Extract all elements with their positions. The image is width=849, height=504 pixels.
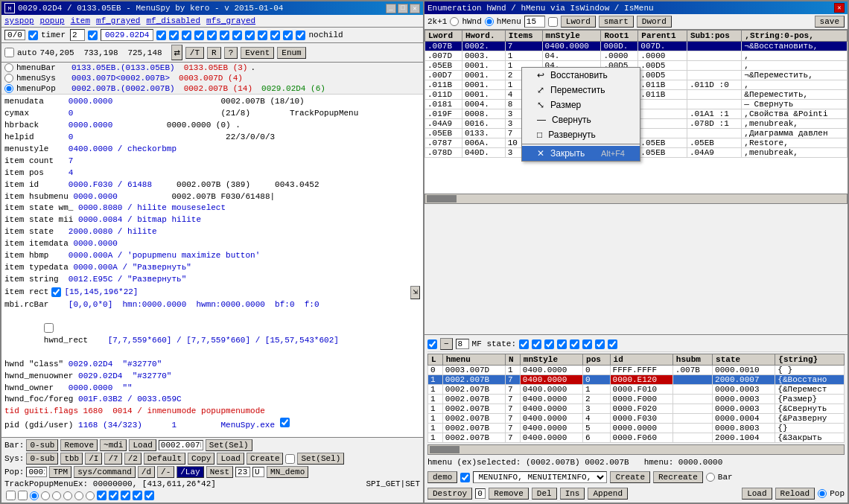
event-btn[interactable]: Event [241,47,274,59]
cb11[interactable] [283,31,293,40]
radio-hmenusys[interactable] [4,74,13,83]
append-btn[interactable]: Append [588,488,628,500]
bar-set-sel[interactable]: Set(Sel) [206,439,252,451]
destroy-btn[interactable]: Destroy [427,488,472,500]
hwnd-value[interactable]: 0029.02D4 [101,29,153,41]
cb5[interactable] [207,31,217,40]
radio-hmenupop[interactable] [4,84,13,93]
bot-cb4[interactable] [109,491,118,500]
bar-val-input[interactable] [159,440,203,450]
pop-radio[interactable] [818,489,827,498]
hwnd-radio[interactable] [450,17,459,26]
tab-mf-grayed[interactable]: mf_grayed [96,16,140,25]
ctx-close[interactable]: ✕ Закрыть Alt+F4 [522,146,640,161]
pop-n-input[interactable] [235,467,250,477]
mf-s4[interactable] [557,339,567,349]
pid-cb[interactable] [280,418,290,427]
bar-radio[interactable] [706,473,715,482]
mf-s1[interactable] [519,339,529,349]
tab-mf-disabled[interactable]: mf_disabled [146,16,200,25]
ins-btn[interactable]: Ins [560,488,585,500]
cb10[interactable] [270,31,280,40]
mf-s7[interactable] [595,339,605,349]
ctx-move[interactable]: ⤢ Переместить [522,83,640,98]
recreate-btn[interactable]: Recreate [653,471,703,483]
sys-set-sel[interactable]: Set(Sel) [297,453,344,465]
save-btn[interactable]: save [815,16,845,28]
tab-item[interactable]: item [71,16,90,25]
bar-0sub[interactable]: 0-sub [26,439,58,451]
ctx-maximize[interactable]: □ Развернуть [522,127,640,142]
table-row[interactable]: .007D0003.104..0000.0000, [425,51,848,61]
mf-s3[interactable] [544,339,554,349]
mf-minus-btn[interactable]: − [440,338,453,350]
dword-btn[interactable]: Dword [637,16,672,28]
mf-val-input[interactable] [456,339,469,349]
menuinfo-select[interactable]: MENUINFO, MENUITEMINFO,... [473,471,607,483]
cb7[interactable] [232,31,242,40]
right-close-button[interactable]: ✕ [834,3,845,13]
ctx-restore[interactable]: ↩ Восстановить [522,68,640,83]
lower-hscroll-thumb[interactable] [430,446,460,453]
remove-btn[interactable]: Remove [489,488,529,500]
upper-hscroll[interactable] [424,194,848,204]
mf-s6[interactable] [582,339,592,349]
lower-row[interactable]: 10002.007B70400.000030000.F0200000.0003{… [428,404,845,414]
bot-r3[interactable] [52,491,61,500]
timer-input[interactable] [70,29,85,41]
load-btn[interactable]: Load [742,488,772,500]
cb8[interactable] [245,31,255,40]
lword-btn[interactable]: Lword [561,16,596,28]
sys-cb1[interactable] [285,454,295,464]
sys-2[interactable]: /2 [124,453,142,465]
lower-row[interactable]: 00003.007D10400.00000FFFF.FFFF.007B0000.… [428,366,845,375]
maximize-button[interactable]: □ [398,4,408,13]
del-btn[interactable]: Del [532,488,557,500]
bot-cb3[interactable] [97,491,106,500]
cb6[interactable] [220,31,229,40]
bot-r6[interactable] [86,491,95,500]
sys-create[interactable]: Create [247,453,284,465]
auto-checkbox[interactable] [4,48,14,57]
hmenu-radio[interactable] [485,17,494,26]
minimize-button[interactable]: _ [386,4,396,13]
cb1[interactable] [156,31,166,40]
bot-cb2[interactable] [18,491,28,500]
bot-r1[interactable] [30,491,39,500]
ctx-minimize[interactable]: — Свернуть [522,112,640,127]
slash-t-btn[interactable]: /T [185,47,204,59]
close-button[interactable]: ✕ [410,4,420,13]
ctx-size[interactable]: ⤡ Размер [522,98,640,112]
lower-row[interactable]: 10002.007B70400.000020000.F0000000.0003{… [428,395,845,404]
tab-popup[interactable]: popup [40,16,65,25]
lower-row[interactable]: 10002.007B70400.000060000.F0602000.1004{… [428,433,845,443]
bot-cb7[interactable] [144,491,154,500]
sys-0sub[interactable]: 0-sub [26,453,58,465]
question-btn[interactable]: ? [224,47,238,59]
bot-cb5[interactable] [121,491,130,500]
bot-r5[interactable] [74,491,83,500]
tab-syspop[interactable]: syspop [4,16,34,25]
bar-load[interactable]: Load [129,439,156,451]
menuinfo-cb[interactable] [460,473,470,482]
destroy-val[interactable] [475,488,486,499]
cb3[interactable] [182,31,191,40]
pop-tpm[interactable]: TPM [49,466,71,478]
radio-hmenubar[interactable] [4,63,13,72]
lower-row[interactable]: 10002.007B70400.000040000.F0300000.0004{… [428,414,845,424]
r-btn[interactable]: R [207,47,221,59]
sys-i[interactable]: /I [85,453,102,465]
reload-btn[interactable]: Reload [775,488,815,500]
bar-mdi[interactable]: ~mdi [100,439,127,451]
sys-load[interactable]: Load [217,453,244,465]
smart-btn[interactable]: smart [599,16,634,28]
hwnd-checkbox[interactable] [88,31,98,40]
lower-hscroll[interactable] [427,444,845,455]
pop-mn-demo[interactable]: MN_demo [267,466,308,478]
timer-checkbox[interactable] [28,31,38,40]
bot-cb6[interactable] [133,491,142,500]
tab-mfs-grayed[interactable]: mfs_grayed [206,16,255,25]
bot-cb1[interactable] [6,491,16,500]
mf-s8[interactable] [608,339,617,349]
sys-7[interactable]: /7 [104,453,121,465]
